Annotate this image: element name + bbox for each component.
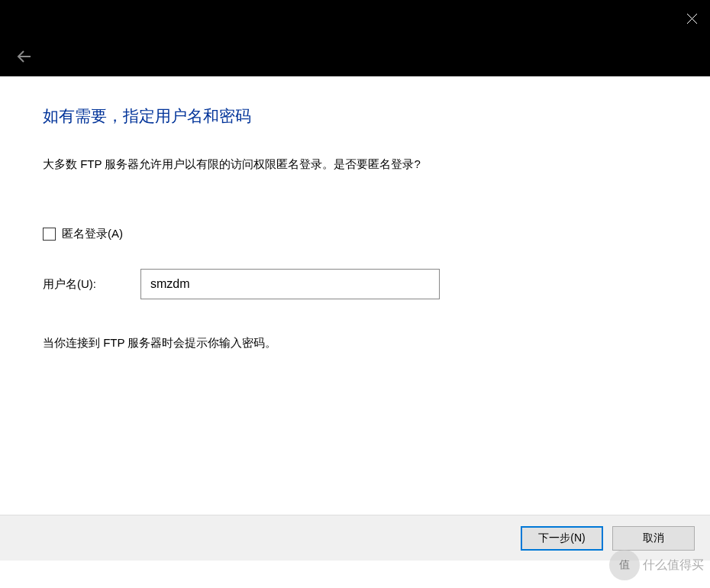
- titlebar: [0, 0, 710, 37]
- back-arrow-icon: [16, 48, 33, 65]
- username-input[interactable]: [140, 269, 440, 299]
- nav-bar: [0, 37, 710, 76]
- username-row: 用户名(U):: [43, 269, 667, 299]
- username-label: 用户名(U):: [43, 277, 140, 292]
- description-text: 大多数 FTP 服务器允许用户以有限的访问权限匿名登录。是否要匿名登录?: [43, 157, 667, 172]
- close-button[interactable]: [673, 0, 710, 37]
- page-heading: 如有需要，指定用户名和密码: [43, 105, 667, 127]
- anonymous-login-row: 匿名登录(A): [43, 227, 667, 241]
- password-hint: 当你连接到 FTP 服务器时会提示你输入密码。: [43, 336, 667, 351]
- wizard-footer: 下一步(N) 取消: [0, 515, 710, 561]
- back-button[interactable]: [9, 41, 40, 72]
- anonymous-login-label: 匿名登录(A): [62, 227, 123, 241]
- wizard-content: 如有需要，指定用户名和密码 大多数 FTP 服务器允许用户以有限的访问权限匿名登…: [0, 76, 710, 515]
- anonymous-login-checkbox[interactable]: [43, 228, 56, 241]
- cancel-button[interactable]: 取消: [612, 526, 695, 551]
- next-button[interactable]: 下一步(N): [521, 526, 603, 551]
- close-icon: [687, 14, 697, 24]
